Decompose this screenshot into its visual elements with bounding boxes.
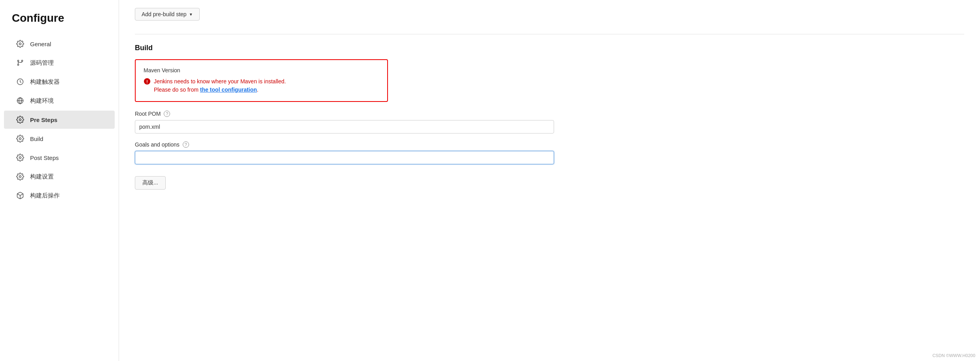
sidebar-item-label: 构建环境 xyxy=(30,97,54,105)
svg-point-8 xyxy=(19,157,21,159)
error-line2-end: . xyxy=(257,86,259,93)
gear-icon xyxy=(16,39,25,48)
svg-point-6 xyxy=(19,119,21,121)
gear-icon-post xyxy=(16,153,25,162)
dropdown-arrow-icon: ▼ xyxy=(189,12,193,17)
svg-point-3 xyxy=(21,60,23,61)
goals-input[interactable] xyxy=(135,151,554,164)
gear-icon-build xyxy=(16,134,25,143)
goals-label: Goals and options ? xyxy=(135,141,554,148)
svg-point-2 xyxy=(17,64,19,65)
sidebar-item-label: Build xyxy=(30,135,43,142)
svg-point-1 xyxy=(17,60,19,61)
sidebar-item-build[interactable]: Build xyxy=(4,130,115,148)
main-content: Add pre-build step ▼ Build Maven Version… xyxy=(119,0,980,361)
sidebar-item-label: 源码管理 xyxy=(30,59,54,67)
maven-version-title: Maven Version xyxy=(144,67,379,73)
sidebar-item-label: Post Steps xyxy=(30,154,59,161)
sidebar-item-build-settings[interactable]: 构建设置 xyxy=(4,167,115,186)
svg-text:!: ! xyxy=(146,79,148,84)
sidebar-item-build-trigger[interactable]: 构建触发器 xyxy=(4,73,115,91)
goals-field-group: Goals and options ? xyxy=(135,141,554,164)
error-line2-prefix: Please do so from xyxy=(154,86,200,93)
root-pom-input[interactable] xyxy=(135,120,554,133)
sidebar-item-post-steps[interactable]: Post Steps xyxy=(4,149,115,167)
globe-icon xyxy=(16,96,25,105)
root-pom-field-group: Root POM ? xyxy=(135,111,554,133)
goals-help-icon[interactable]: ? xyxy=(183,141,189,148)
sidebar-item-general[interactable]: General xyxy=(4,35,115,53)
maven-error-box: Maven Version ! Jenkins needs to know wh… xyxy=(135,59,388,102)
advanced-button[interactable]: 高级... xyxy=(135,176,166,190)
error-line1: Jenkins needs to know where your Maven i… xyxy=(154,78,286,85)
sidebar: Configure General 源码管理 xyxy=(0,0,119,361)
build-section-title: Build xyxy=(135,44,964,52)
sidebar-item-build-env[interactable]: 构建环境 xyxy=(4,92,115,110)
sidebar-item-label: Pre Steps xyxy=(30,117,57,123)
sidebar-item-label: 构建触发器 xyxy=(30,78,60,86)
svg-point-7 xyxy=(19,138,21,140)
root-pom-label: Root POM ? xyxy=(135,111,554,117)
gear-icon-pre xyxy=(16,115,25,124)
sidebar-item-post-build[interactable]: 构建后操作 xyxy=(4,186,115,205)
sidebar-item-label: General xyxy=(30,41,51,47)
error-message: ! Jenkins needs to know where your Maven… xyxy=(144,77,379,94)
sidebar-item-source-mgmt[interactable]: 源码管理 xyxy=(4,54,115,72)
root-pom-help-icon[interactable]: ? xyxy=(164,111,170,117)
clock-icon xyxy=(16,77,25,86)
cube-icon xyxy=(16,191,25,200)
watermark: CSDN ©WWW.H0200 xyxy=(933,353,975,358)
branch-icon xyxy=(16,58,25,67)
sidebar-item-label: 构建设置 xyxy=(30,173,54,180)
gear-icon-settings xyxy=(16,172,25,181)
tool-configuration-link[interactable]: the tool configuration xyxy=(200,86,257,93)
add-prebuild-label: Add pre-build step xyxy=(142,11,187,17)
add-prebuild-button[interactable]: Add pre-build step ▼ xyxy=(135,8,200,21)
error-circle-icon: ! xyxy=(144,78,151,85)
sidebar-item-label: 构建后操作 xyxy=(30,192,60,199)
page-title: Configure xyxy=(0,8,119,34)
error-text: Jenkins needs to know where your Maven i… xyxy=(154,77,286,94)
section-divider xyxy=(135,34,964,34)
svg-point-9 xyxy=(19,176,21,178)
sidebar-item-pre-steps[interactable]: Pre Steps xyxy=(4,111,115,129)
svg-point-0 xyxy=(19,43,21,45)
